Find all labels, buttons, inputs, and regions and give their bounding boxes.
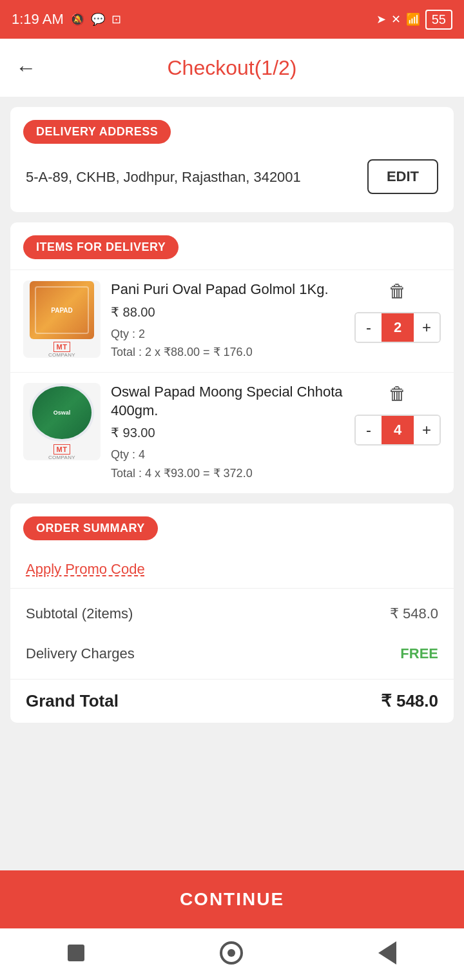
address-text: 5-A-89, CKHB, Jodhpur, Rajasthan, 342001 (26, 166, 357, 188)
delete-item-1-icon[interactable]: 🗑 (389, 280, 407, 302)
continue-button[interactable]: CONTINUE (0, 870, 464, 928)
edit-address-button[interactable]: EDIT (367, 159, 438, 194)
battery-indicator: 55 (425, 10, 452, 30)
brand-sub-2: COMPANY (48, 455, 75, 460)
back-button[interactable]: ← (15, 56, 36, 80)
brand-logo-1: MT (53, 342, 71, 352)
item-name-1: Pani Puri Oval Papad Golmol 1Kg. (111, 280, 344, 299)
items-delivery-badge: ITEMS FOR DELIVERY (23, 235, 179, 259)
item-actions-1: 🗑 - 2 + (354, 280, 441, 343)
alarm-off-icon: 🔕 (70, 12, 84, 26)
apply-promo-code-button[interactable]: Apply Promo Code (26, 561, 145, 578)
grand-total-value: ₹ 548.0 (381, 691, 438, 711)
status-bar-right: ➤ ✕ 📶 55 (376, 10, 452, 30)
item-qty-total-2: Qty : 4 Total : 4 x ₹93.00 = ₹ 372.0 (111, 446, 344, 483)
delete-item-2-icon[interactable]: 🗑 (389, 383, 407, 404)
nav-back-icon[interactable] (378, 941, 396, 967)
product-img-visual-2: Oswal (30, 384, 94, 442)
qty-increase-2[interactable]: + (414, 416, 440, 444)
item-qty-total-1: Qty : 2 Total : 2 x ₹88.00 = ₹ 176.0 (111, 325, 344, 362)
product-img-visual-1: PAPAD (30, 281, 94, 339)
order-summary-card: ORDER SUMMARY Apply Promo Code Subtotal … (10, 504, 454, 723)
close-icon: ✕ (391, 12, 401, 26)
item-details-1: Pani Puri Oval Papad Golmol 1Kg. ₹ 88.00… (111, 280, 344, 362)
delivery-address-card: DELIVERY ADDRESS 5-A-89, CKHB, Jodhpur, … (10, 107, 454, 212)
nav-home-icon[interactable] (220, 941, 243, 967)
order-summary-badge: ORDER SUMMARY (23, 516, 158, 540)
brand-sub-1: COMPANY (48, 352, 75, 358)
qty-value-2: 4 (382, 416, 414, 444)
summary-divider-1 (10, 588, 454, 589)
subtotal-value: ₹ 548.0 (390, 605, 438, 622)
page-title: Checkout(1/2) (168, 56, 297, 80)
qty-increase-1[interactable]: + (414, 313, 440, 342)
item-price-2: ₹ 93.00 (111, 425, 344, 440)
location-icon: ➤ (376, 12, 386, 26)
qty-control-2: - 4 + (354, 415, 441, 446)
subtotal-label: Subtotal (2items) (26, 605, 133, 622)
qty-control-1: - 2 + (354, 312, 441, 343)
delivery-address-badge: DELIVERY ADDRESS (23, 120, 171, 144)
grand-total-row: Grand Total ₹ 548.0 (10, 679, 454, 723)
whatsapp-icon: 💬 (91, 12, 105, 26)
delivery-charges-row: Delivery Charges FREE (10, 634, 454, 674)
product-image-2: Oswal MT COMPANY (23, 383, 101, 460)
main-content: DELIVERY ADDRESS 5-A-89, CKHB, Jodhpur, … (0, 97, 464, 858)
bottom-spacer (0, 858, 464, 870)
wifi-icon: 📶 (406, 12, 420, 26)
brand-logo-2: MT (53, 444, 71, 455)
header: ← Checkout(1/2) (0, 39, 464, 97)
item-total-label-2: Total : 4 x ₹93.00 = ₹ 372.0 (111, 464, 344, 483)
delivery-charges-value: FREE (400, 645, 438, 662)
item-qty-label-1: Qty : 2 (111, 325, 344, 344)
nav-square-icon[interactable] (68, 945, 84, 964)
nav-bar (0, 928, 464, 980)
status-bar: 1:19 AM 🔕 💬 ⊡ ➤ ✕ 📶 55 (0, 0, 464, 39)
status-time: 1:19 AM (12, 11, 64, 28)
qty-decrease-2[interactable]: - (356, 416, 382, 444)
address-content: 5-A-89, CKHB, Jodhpur, Rajasthan, 342001… (10, 154, 454, 212)
item-price-1: ₹ 88.00 (111, 304, 344, 320)
item-name-2: Oswal Papad Moong Special Chhota 400gm. (111, 383, 344, 420)
delivery-charges-label: Delivery Charges (26, 645, 135, 662)
status-bar-left: 1:19 AM 🔕 💬 ⊡ (12, 11, 121, 28)
list-item: PAPAD MT COMPANY Pani Puri Oval Papad Go… (10, 270, 454, 372)
notification-icon: ⊡ (111, 12, 121, 26)
items-delivery-card: ITEMS FOR DELIVERY PAPAD MT COMPANY Pani… (10, 222, 454, 493)
item-details-2: Oswal Papad Moong Special Chhota 400gm. … (111, 383, 344, 483)
product-image-1: PAPAD MT COMPANY (23, 280, 101, 358)
grand-total-label: Grand Total (26, 691, 119, 711)
item-qty-label-2: Qty : 4 (111, 446, 344, 464)
item-actions-2: 🗑 - 4 + (354, 383, 441, 446)
qty-value-1: 2 (382, 313, 414, 342)
subtotal-row: Subtotal (2items) ₹ 548.0 (10, 594, 454, 634)
qty-decrease-1[interactable]: - (356, 313, 382, 342)
list-item: Oswal MT COMPANY Oswal Papad Moong Speci… (10, 372, 454, 493)
item-total-label-1: Total : 2 x ₹88.00 = ₹ 176.0 (111, 343, 344, 362)
